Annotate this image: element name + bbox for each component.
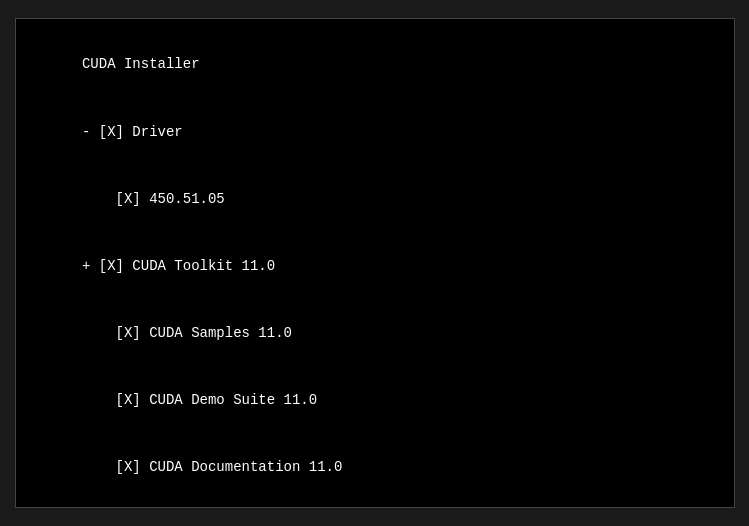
toolkit-text: + [X] CUDA Toolkit 11.0 xyxy=(82,258,275,274)
title-text: CUDA Installer xyxy=(82,56,200,72)
driver-version-text: [X] 450.51.05 xyxy=(82,191,225,207)
driver-text: - [X] Driver xyxy=(82,124,183,140)
demo-text: [X] CUDA Demo Suite 11.0 xyxy=(82,392,317,408)
terminal-body: CUDA Installer - [X] Driver [X] 450.51.0… xyxy=(16,19,734,526)
line-driver-version: [X] 450.51.05 xyxy=(32,165,718,232)
line-demo: [X] CUDA Demo Suite 11.0 xyxy=(32,367,718,434)
terminal-window: CUDA Installer - [X] Driver [X] 450.51.0… xyxy=(15,18,735,508)
line-docs: [X] CUDA Documentation 11.0 xyxy=(32,434,718,501)
line-options: Options xyxy=(32,501,718,526)
line-samples: [X] CUDA Samples 11.0 xyxy=(32,300,718,367)
line-toolkit: + [X] CUDA Toolkit 11.0 xyxy=(32,233,718,300)
line-driver: - [X] Driver xyxy=(32,98,718,165)
docs-text: [X] CUDA Documentation 11.0 xyxy=(82,459,342,475)
line-title: CUDA Installer xyxy=(32,31,718,98)
samples-text: [X] CUDA Samples 11.0 xyxy=(82,325,292,341)
